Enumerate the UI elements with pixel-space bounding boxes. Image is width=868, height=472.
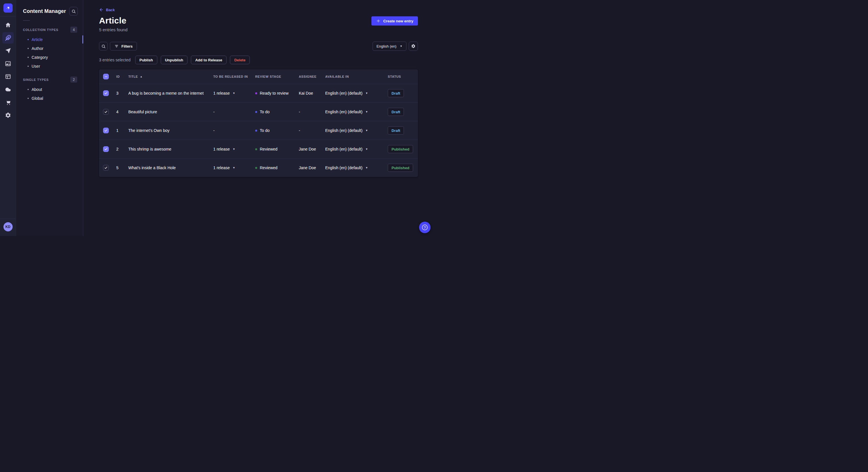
- cell-available-in[interactable]: English (en) (default)▼: [325, 128, 388, 133]
- unpublish-button[interactable]: Unpublish: [161, 56, 188, 64]
- rail-divider: [0, 16, 16, 16]
- sort-ascending-icon: ▲: [140, 75, 143, 78]
- sidebar-item-author[interactable]: Author: [16, 44, 83, 53]
- cell-assignee: -: [299, 128, 325, 133]
- column-header-review-stage: REVIEW STAGE: [255, 75, 299, 78]
- cell-available-in[interactable]: English (en) (default)▼: [325, 109, 388, 114]
- chevron-down-icon: ▼: [365, 129, 368, 132]
- column-header-title[interactable]: TITLE▲: [128, 75, 213, 78]
- cell-review-stage: Reviewed: [255, 165, 299, 170]
- bullet-icon: [28, 66, 29, 67]
- content-manager-feather-icon[interactable]: [2, 32, 14, 43]
- home-icon[interactable]: [2, 19, 14, 31]
- chevron-down-icon: ▼: [400, 45, 402, 47]
- release-caret chevron-down-icon: ▼: [233, 148, 236, 150]
- content-type-builder-layout-icon[interactable]: [2, 71, 14, 82]
- sidebar-item-article[interactable]: Article: [16, 35, 83, 44]
- subnav-separator: [23, 20, 30, 21]
- cell-id: 2: [116, 147, 128, 151]
- status-badge: Published: [388, 164, 413, 172]
- release-caret chevron-down-icon: ▼: [233, 167, 236, 169]
- plus-icon: [376, 19, 381, 23]
- sidebar-item-category[interactable]: Category: [16, 53, 83, 62]
- stage-dot: [255, 92, 257, 94]
- selection-count-text: 3 entries selected: [99, 58, 131, 62]
- chevron-down-icon: ▼: [365, 167, 368, 169]
- add-to-release-button[interactable]: Add to Release: [191, 56, 226, 64]
- create-new-entry-button[interactable]: Create new entry: [371, 16, 418, 26]
- content-manager-subnav: Content Manager COLLECTION TYPES 4 Artic…: [16, 0, 83, 236]
- cell-available-in[interactable]: English (en) (default)▼: [325, 165, 388, 170]
- column-header-assignee: ASSIGNEE: [299, 75, 325, 78]
- main-nav-rail: KD: [0, 0, 16, 236]
- collection-types-section: COLLECTION TYPES 4 Article Author Catego…: [16, 27, 83, 71]
- single-types-count: 2: [70, 76, 77, 82]
- strapi-logo[interactable]: [3, 3, 12, 12]
- table-row[interactable]: 5 What's inside a Black Hole 1 release▼ …: [99, 158, 418, 177]
- back-link[interactable]: Back: [99, 7, 115, 12]
- settings-gear-icon[interactable]: [2, 109, 14, 121]
- gear-icon: [411, 44, 415, 48]
- row-checkbox[interactable]: [103, 128, 109, 133]
- main-content: Back Article Create new entry 5 entries …: [83, 0, 434, 236]
- rail-bottom-divider: [0, 218, 16, 219]
- sidebar-item-about[interactable]: About: [16, 85, 83, 94]
- help-button[interactable]: ?: [419, 222, 431, 233]
- cell-id: 5: [116, 165, 128, 170]
- view-settings-button[interactable]: [409, 42, 418, 51]
- user-avatar[interactable]: KD: [3, 222, 12, 231]
- cell-title: The internet's Own boy: [128, 128, 213, 133]
- select-all-checkbox[interactable]: [103, 74, 109, 79]
- stage-dot: [255, 130, 257, 132]
- publish-button[interactable]: Publish: [135, 56, 157, 64]
- cell-release[interactable]: 1 release▼: [213, 91, 255, 96]
- cell-id: 1: [116, 128, 128, 133]
- table-row[interactable]: 2 This shrimp is awesome 1 release▼ Revi…: [99, 140, 418, 158]
- cell-available-in[interactable]: English (en) (default)▼: [325, 147, 388, 151]
- deploy-cloud-icon[interactable]: [2, 84, 14, 95]
- subnav-search-button[interactable]: [69, 7, 78, 15]
- chevron-down-icon: ▼: [365, 92, 368, 95]
- question-mark-icon: ?: [422, 225, 428, 230]
- row-checkbox[interactable]: [103, 90, 109, 96]
- media-library-images-icon[interactable]: [2, 58, 14, 69]
- table-row[interactable]: 1 The internet's Own boy -▼ To do - Engl…: [99, 121, 418, 140]
- marketplace-cart-icon[interactable]: [2, 97, 14, 108]
- bullet-icon: [28, 98, 29, 99]
- cell-available-in[interactable]: English (en) (default)▼: [325, 91, 388, 96]
- cell-release[interactable]: 1 release▼: [213, 165, 255, 170]
- sidebar-item-global[interactable]: Global: [16, 94, 83, 103]
- status-badge: Draft: [388, 108, 404, 116]
- cell-title: A bug is becoming a meme on the internet: [128, 91, 213, 96]
- search-icon: [101, 44, 105, 48]
- collection-types-count: 4: [70, 27, 77, 33]
- releases-paper-plane-icon[interactable]: [2, 45, 14, 57]
- chevron-down-icon: ▼: [365, 111, 368, 113]
- page-title: Article: [99, 16, 126, 26]
- delete-button[interactable]: Delete: [230, 56, 250, 64]
- stage-dot: [255, 148, 257, 150]
- bullet-icon: [28, 57, 29, 58]
- app-window: KD Content Manager COLLECTION TYPES 4 Ar…: [0, 0, 434, 236]
- row-checkbox[interactable]: [103, 165, 109, 171]
- cell-release[interactable]: 1 release▼: [213, 147, 255, 151]
- subnav-title: Content Manager: [23, 8, 66, 14]
- cell-title: Beautiful picture: [128, 109, 213, 114]
- filters-button[interactable]: Filters: [110, 42, 137, 50]
- table-row[interactable]: 3 A bug is becoming a meme on the intern…: [99, 84, 418, 102]
- status-badge: Draft: [388, 127, 404, 134]
- filter-icon: [114, 44, 119, 48]
- row-checkbox[interactable]: [103, 146, 109, 152]
- cell-release: -▼: [213, 128, 255, 133]
- locale-select[interactable]: English (en) ▼: [373, 42, 406, 51]
- cell-review-stage: To do: [255, 109, 299, 114]
- cell-assignee: -: [299, 109, 325, 114]
- table-header-row: ID TITLE▲ TO BE RELEASED IN REVIEW STAGE…: [99, 69, 418, 84]
- rail-nav: [2, 19, 14, 121]
- search-entries-button[interactable]: [99, 42, 107, 50]
- sidebar-item-user[interactable]: User: [16, 62, 83, 71]
- cell-assignee: Jane Doe: [299, 147, 325, 151]
- cell-title: This shrimp is awesome: [128, 147, 213, 151]
- row-checkbox[interactable]: [103, 109, 109, 115]
- table-row[interactable]: 4 Beautiful picture -▼ To do - English (…: [99, 102, 418, 121]
